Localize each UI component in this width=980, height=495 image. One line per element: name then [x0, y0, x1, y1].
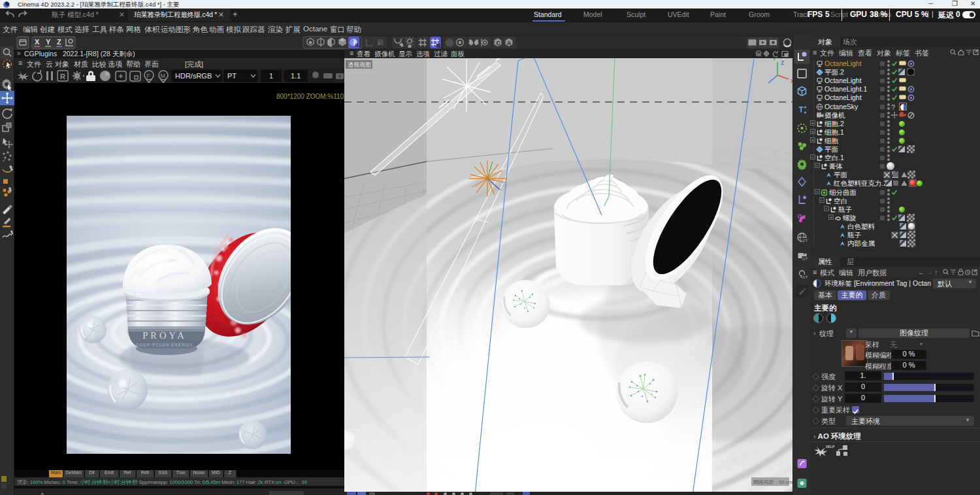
- svg-text:Z: Z: [57, 38, 61, 46]
- svg-text:GT: GT: [802, 239, 808, 243]
- svg-text:F: F: [147, 73, 151, 79]
- svg-text:网格间距 : 50 cm: 网格间距 : 50 cm: [753, 479, 792, 485]
- svg-text:1.1: 1.1: [291, 72, 301, 80]
- svg-text:C: C: [497, 40, 500, 46]
- svg-text:Y: Y: [772, 58, 776, 62]
- svg-text:GT: GT: [802, 257, 808, 261]
- svg-text:Z: Z: [781, 60, 785, 66]
- svg-text:HDR/sRGB: HDR/sRGB: [175, 72, 212, 80]
- svg-text:R: R: [60, 73, 65, 80]
- svg-text:GT: GT: [802, 275, 808, 279]
- svg-text:M: M: [161, 73, 166, 79]
- svg-text:X: X: [35, 38, 40, 46]
- svg-text:DEEP PCLAN ENERGY: DEEP PCLAN ENERGY: [136, 343, 193, 347]
- svg-text:T: T: [799, 105, 804, 114]
- svg-text:PT: PT: [227, 72, 237, 80]
- svg-text:透视视图: 透视视图: [348, 61, 371, 68]
- svg-text:PROYA: PROYA: [142, 330, 187, 341]
- svg-text:1: 1: [269, 72, 273, 80]
- svg-text:Y: Y: [46, 38, 51, 46]
- svg-text:HELP: HELP: [826, 445, 835, 449]
- svg-text:A: A: [507, 40, 511, 46]
